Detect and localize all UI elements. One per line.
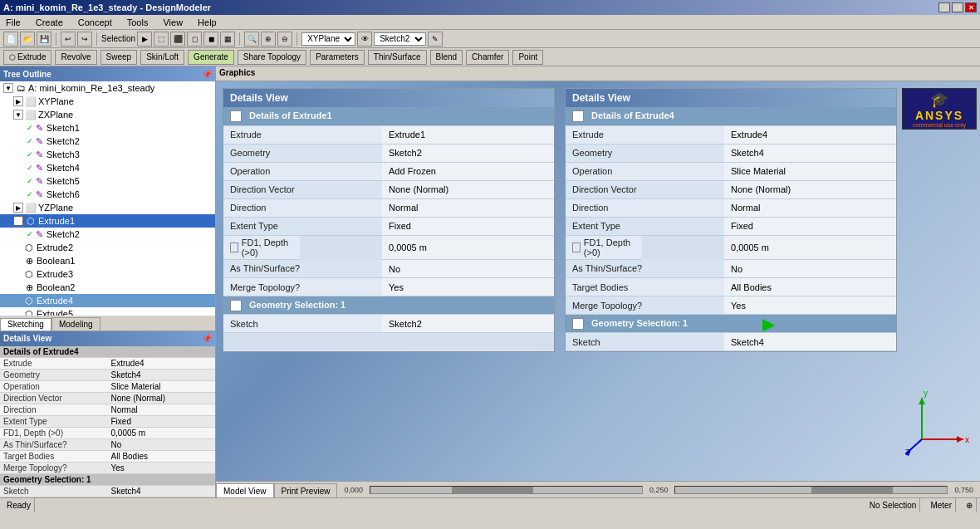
- bottom-scrollbar-area: Model View Print Preview 0,000 0,250 0,7…: [216, 481, 980, 497]
- revolve-button[interactable]: Revolve: [55, 50, 96, 65]
- sketch-icon-2: ✎: [33, 136, 45, 146]
- dv2-row-sketch: Sketch Sketch4: [566, 333, 896, 351]
- tree-item-extrude5[interactable]: ⬡ Extrude5: [0, 307, 215, 316]
- collapse-btn-2[interactable]: −: [572, 110, 584, 122]
- point-button[interactable]: Point: [512, 50, 543, 65]
- boolean-icon: ⊕: [23, 256, 35, 266]
- tree-expand-xyplane[interactable]: ▶: [13, 96, 23, 106]
- tree-item-sketch1[interactable]: ✓ ✎ Sketch1: [0, 121, 215, 135]
- tree-item-root[interactable]: ▼ 🗂 A: mini_komin_Re_1e3_steady: [0, 81, 215, 95]
- share-topology-button[interactable]: Share Topology: [238, 50, 306, 65]
- thin-surface-button[interactable]: Thin/Surface: [368, 50, 427, 65]
- fd1-checkbox-1[interactable]: [230, 242, 238, 252]
- tree-expand-extrude1[interactable]: ▼: [13, 216, 23, 226]
- menu-tools[interactable]: Tools: [125, 17, 151, 27]
- tree-item-extrude3[interactable]: ⬡ Extrude3: [0, 267, 215, 281]
- check-icon: ✓: [27, 124, 33, 132]
- collapse-btn-1[interactable]: −: [230, 110, 242, 122]
- open-button[interactable]: 📂: [20, 32, 35, 47]
- close-button[interactable]: ✕: [965, 2, 977, 12]
- tree-item-sketch3[interactable]: ✓ ✎ Sketch3: [0, 148, 215, 161]
- zoom-out-button[interactable]: ⊖: [277, 32, 292, 47]
- tree-item-sketch2[interactable]: ✓ ✎ Sketch2: [0, 135, 215, 148]
- sketch-button[interactable]: ✎: [428, 32, 443, 47]
- tree-item-sketch2-child[interactable]: ✓ ✎ Sketch2: [0, 228, 215, 241]
- menu-file[interactable]: File: [3, 17, 23, 27]
- horizontal-scrollbar-2[interactable]: [674, 486, 948, 494]
- sketch-icon: ✎: [33, 123, 45, 133]
- tree-item-boolean1[interactable]: ⊕ Boolean1: [0, 254, 215, 267]
- menu-create[interactable]: Create: [33, 17, 66, 27]
- tree-item-yzplane[interactable]: ▶ ⬜ YZPlane: [0, 201, 215, 214]
- select-button-6[interactable]: ▦: [220, 32, 235, 47]
- look-at-button[interactable]: 👁: [357, 32, 372, 47]
- select-button-2[interactable]: ⬚: [154, 32, 169, 47]
- sketch-select[interactable]: Sketch2: [374, 32, 426, 46]
- model-tabs: Model View Print Preview: [216, 482, 337, 498]
- zoom-button[interactable]: 🔍: [244, 32, 259, 47]
- status-bar: Ready No Selection Meter ⊕: [0, 497, 980, 512]
- tree-item-extrude1[interactable]: ▼ ⬡ Extrude1: [0, 214, 215, 228]
- dv1-row-merge: Merge Topology? Yes: [223, 278, 554, 296]
- model-view-tab[interactable]: Model View: [216, 483, 274, 498]
- skinloft-button[interactable]: Skin/Loft: [140, 50, 184, 65]
- extrude-icon-5: ⬡: [23, 309, 35, 316]
- collapse-btn-geo-2[interactable]: −: [572, 318, 584, 330]
- tree-expand-root[interactable]: ▼: [3, 83, 13, 93]
- tree-item-sketch6[interactable]: ✓ ✎ Sketch6: [0, 188, 215, 201]
- collapse-btn-geo-1[interactable]: −: [230, 300, 242, 311]
- tree-item-zxplane[interactable]: ▼ ⬜ ZXPlane: [0, 108, 215, 121]
- left-panel: Tree Outline 📌 ▼ 🗂 A: mini_komin_Re_1e3_…: [0, 66, 216, 497]
- select-button-4[interactable]: ◻: [187, 32, 202, 47]
- tab-sketching[interactable]: Sketching: [0, 318, 51, 331]
- tree-item-sketch5[interactable]: ✓ ✎ Sketch5: [0, 174, 215, 188]
- tree-pin-button[interactable]: 📌: [202, 70, 212, 79]
- check-icon-3: ✓: [27, 150, 33, 159]
- tree-item-boolean2[interactable]: ⊕ Boolean2: [0, 281, 215, 294]
- scrollbar-thumb[interactable]: [452, 487, 533, 493]
- menu-view[interactable]: View: [160, 17, 185, 27]
- details-row-geometry: Geometry Sketch4: [0, 370, 215, 381]
- save-button[interactable]: 💾: [37, 32, 51, 47]
- scrollbar-thumb-2[interactable]: [811, 487, 893, 493]
- select-button-3[interactable]: ⬛: [170, 32, 185, 47]
- sweep-button[interactable]: Sweep: [100, 50, 138, 65]
- fd1-checkbox-2[interactable]: [572, 242, 581, 252]
- select-button-5[interactable]: ◼: [203, 32, 218, 47]
- separator-2: [96, 32, 97, 46]
- extrude-button[interactable]: ⬡ Extrude: [3, 50, 51, 65]
- horizontal-scrollbar[interactable]: [370, 486, 643, 494]
- menu-help[interactable]: Help: [195, 17, 219, 27]
- window-controls[interactable]: _ □ ✕: [938, 2, 977, 12]
- tab-modeling[interactable]: Modeling: [51, 317, 100, 331]
- undo-button[interactable]: ↩: [61, 32, 76, 47]
- minimize-button[interactable]: _: [938, 2, 950, 12]
- graphics-area[interactable]: 🎓 ANSYS commercial use only Details View…: [216, 81, 980, 481]
- maximize-button[interactable]: □: [952, 2, 963, 12]
- dv2-row-geometry: Geometry Sketch4: [566, 144, 896, 162]
- menu-concept[interactable]: Concept: [76, 17, 115, 27]
- dv2-row-extent: Extent Type Fixed: [566, 217, 896, 235]
- print-preview-tab[interactable]: Print Preview: [274, 483, 338, 498]
- tree-item-xyplane[interactable]: ▶ ⬜ XYPlane: [0, 95, 215, 108]
- dv1-row-sketch: Sketch Sketch2: [223, 315, 554, 333]
- generate-button[interactable]: Generate: [188, 50, 234, 65]
- details-row-thin: As Thin/Surface? No: [0, 439, 215, 451]
- dv1-geo-section: − Geometry Selection: 1: [223, 296, 554, 315]
- tree-item-extrude2[interactable]: ⬡ Extrude2: [0, 241, 215, 254]
- blend-button[interactable]: Blend: [430, 50, 463, 65]
- parameters-button[interactable]: Parameters: [310, 50, 365, 65]
- details-pin-button[interactable]: 📌: [202, 334, 212, 343]
- redo-button[interactable]: ↪: [77, 32, 92, 47]
- tree-item-sketch4[interactable]: ✓ ✎ Sketch4: [0, 161, 215, 174]
- new-button[interactable]: 📄: [3, 32, 18, 47]
- tree-expand-zxplane[interactable]: ▼: [13, 110, 23, 120]
- plane-select[interactable]: XYPlane ZXPlane YZPlane: [301, 32, 355, 46]
- tree-item-extrude4[interactable]: ⬡ Extrude4: [0, 294, 215, 307]
- ansys-brand: ANSYS: [915, 109, 963, 122]
- tree-expand-yzplane[interactable]: ▶: [13, 203, 23, 213]
- chamfer-button[interactable]: Chamfer: [466, 50, 509, 65]
- select-mode-button[interactable]: ▶: [137, 32, 152, 47]
- dv2-row-extrude: Extrude Extrude4: [566, 125, 896, 144]
- zoom-in-button[interactable]: ⊕: [261, 32, 276, 47]
